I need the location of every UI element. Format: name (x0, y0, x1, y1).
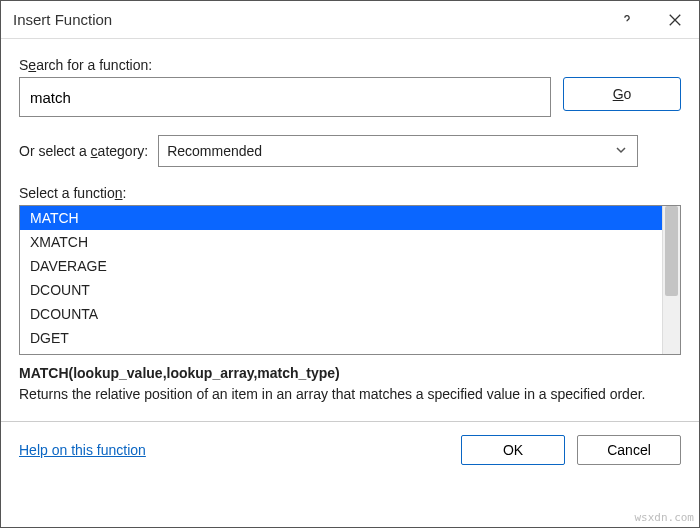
insert-function-dialog: Insert Function Search for a function: G… (0, 0, 700, 528)
category-select[interactable]: Recommended (158, 135, 638, 167)
chevron-down-icon (615, 143, 627, 159)
function-list-label: Select a function: (19, 185, 681, 201)
list-item[interactable]: DGET (20, 326, 662, 350)
help-link[interactable]: Help on this function (19, 442, 146, 458)
function-description: Returns the relative position of an item… (19, 385, 681, 405)
help-icon[interactable] (603, 1, 651, 39)
list-item[interactable]: DMAX (20, 350, 662, 354)
function-description-area: MATCH(lookup_value,lookup_array,match_ty… (19, 365, 681, 405)
titlebar: Insert Function (1, 1, 699, 39)
list-item[interactable]: XMATCH (20, 230, 662, 254)
list-item[interactable]: DAVERAGE (20, 254, 662, 278)
cancel-button[interactable]: Cancel (577, 435, 681, 465)
dialog-body: Search for a function: Go Or select a ca… (1, 39, 699, 527)
list-item[interactable]: DCOUNT (20, 278, 662, 302)
close-icon[interactable] (651, 1, 699, 39)
list-item[interactable]: MATCH (20, 206, 662, 230)
search-label: Search for a function: (19, 57, 681, 73)
ok-button[interactable]: OK (461, 435, 565, 465)
dialog-footer: Help on this function OK Cancel (1, 421, 699, 479)
list-item[interactable]: DCOUNTA (20, 302, 662, 326)
function-signature: MATCH(lookup_value,lookup_array,match_ty… (19, 365, 681, 381)
category-label: Or select a category: (19, 143, 148, 159)
dialog-title: Insert Function (13, 11, 603, 28)
search-input[interactable] (19, 77, 551, 117)
go-button[interactable]: Go (563, 77, 681, 111)
scroll-thumb[interactable] (665, 206, 678, 296)
category-selected: Recommended (167, 143, 262, 159)
function-list[interactable]: MATCHXMATCHDAVERAGEDCOUNTDCOUNTADGETDMAX (19, 205, 681, 355)
scrollbar[interactable] (662, 206, 680, 354)
